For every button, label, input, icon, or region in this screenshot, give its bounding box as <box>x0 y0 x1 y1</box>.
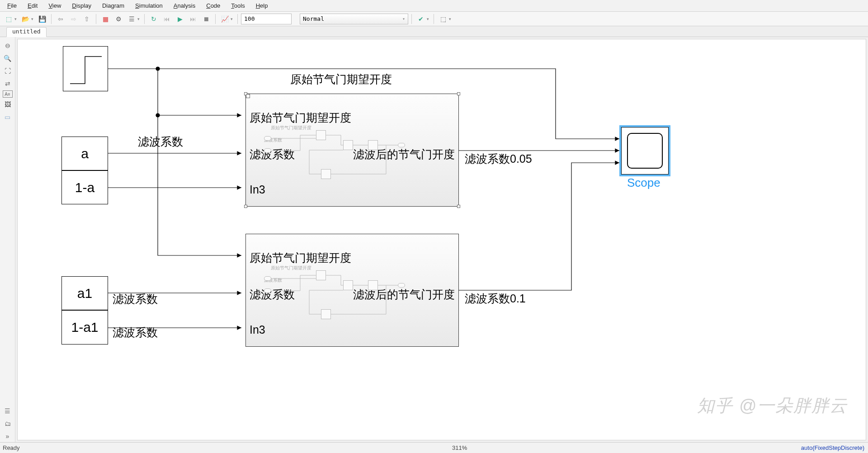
status-ready: Ready <box>0 444 20 451</box>
library-browser-icon[interactable]: ▦ <box>99 13 111 25</box>
back-icon[interactable]: ⇦ <box>55 13 66 25</box>
svg-point-0 <box>156 67 160 71</box>
zoom-fit-icon[interactable]: 🔍 <box>2 52 14 64</box>
model-data-icon[interactable]: ☰ <box>2 405 14 417</box>
scope-block-label: Scope <box>627 176 660 190</box>
expand-icon[interactable]: » <box>2 430 14 442</box>
step-back-icon[interactable]: ⏮ <box>161 13 173 25</box>
new-model-icon[interactable]: ⬚ <box>3 13 14 25</box>
run-icon[interactable]: ▶ <box>174 13 186 25</box>
simulation-stop-time-input[interactable] <box>241 14 292 24</box>
build-icon[interactable]: ⬚̤ <box>437 13 449 25</box>
signal-label-filter-coef-3: 滤波系数 <box>113 325 158 340</box>
model-canvas[interactable]: a 1-a a1 1-a1 原始节气门期望开度 滤波系数 滤波系数 滤波系数 滤… <box>17 39 866 440</box>
menu-edit[interactable]: EditEdit <box>23 1 42 10</box>
step-forward-icon[interactable]: ⏭ <box>187 13 199 25</box>
status-zoom: 311% <box>452 444 467 451</box>
toolbar: ⬚▾ 📂▾ 💾 ⇦ ⇨ ⇧ ▦ ⚙ ☰▾ ↻ ⏮ ▶ ⏭ ⏹ 📈▾ Normal… <box>0 12 868 26</box>
bird-eye-icon[interactable]: 🗂 <box>2 418 14 429</box>
up-icon[interactable]: ⇧ <box>81 13 93 25</box>
subsystem2-in1-label: 原始节气门期望开度 <box>250 250 351 265</box>
status-bar: Ready 311% auto(FixedStepDiscrete) <box>0 442 868 453</box>
hide-browser-icon[interactable]: ⊖ <box>2 40 14 52</box>
subsystem1-in1-label: 原始节气门期望开度 <box>250 110 351 125</box>
model-explorer-icon[interactable]: ☰ <box>126 13 137 25</box>
menu-simulation[interactable]: SimulationSimulation <box>131 1 167 10</box>
left-palette: ⊖ 🔍 ⛶ ⇄ A≡ 🖼 ▭ ☰ 🗂 » <box>0 37 15 442</box>
model-config-icon[interactable]: ⚙ <box>113 13 124 25</box>
save-icon[interactable]: 💾 <box>36 13 48 25</box>
constant-a-block[interactable]: a <box>61 137 108 170</box>
menu-view[interactable]: ViewView <box>44 1 66 10</box>
stop-icon[interactable]: ⏹ <box>200 13 212 25</box>
fit-to-view-icon[interactable]: ⛶ <box>2 65 14 77</box>
signal-label-raw-throttle: 原始节气门期望开度 <box>290 72 392 87</box>
update-diagram-icon[interactable]: ↻ <box>148 13 160 25</box>
simulation-mode-select[interactable]: Normal▾ <box>300 14 408 24</box>
menu-help[interactable]: HelpHelp <box>251 1 273 10</box>
svg-point-1 <box>156 113 160 117</box>
menu-tools[interactable]: ToolsTools <box>226 1 249 10</box>
constant-a1-block[interactable]: a1 <box>61 276 108 310</box>
constant-1minus-a-block[interactable]: 1-a <box>61 170 108 204</box>
signal-label-filter-coef-1: 滤波系数 <box>138 134 183 149</box>
area-icon[interactable]: ▭ <box>2 111 14 123</box>
filter-subsystem-1[interactable]: 原始节气门期望开度 滤波系数 In3 滤波后的节气门开度 原始节气门期望开度 滤… <box>245 94 459 207</box>
open-icon[interactable]: 📂 <box>19 13 31 25</box>
toggle-sample-time-icon[interactable]: ⇄ <box>2 78 14 90</box>
watermark-text: 知乎 @一朵胖胖云 <box>697 394 848 417</box>
image-icon[interactable]: 🖼 <box>2 99 14 110</box>
menu-display[interactable]: DisplayDisplay <box>67 1 96 10</box>
model-tab[interactable]: untitled <box>6 27 47 37</box>
menu-diagram[interactable]: DiagramDiagram <box>98 1 129 10</box>
check-model-icon[interactable]: ✔ <box>415 13 427 25</box>
signal-label-out2: 滤波系数0.1 <box>465 291 526 306</box>
subsystem1-in3-label: In3 <box>250 183 265 196</box>
signal-label-filter-coef-2: 滤波系数 <box>113 292 158 307</box>
status-solver[interactable]: auto(FixedStepDiscrete) <box>801 444 864 451</box>
menu-code[interactable]: CodeCode <box>202 1 225 10</box>
tab-bar: untitled <box>0 26 868 37</box>
data-inspector-icon[interactable]: 📈 <box>219 13 231 25</box>
signal-label-out1: 滤波系数0.05 <box>465 151 532 166</box>
menu-bar: FFileile EditEdit ViewView DisplayDispla… <box>0 0 868 12</box>
menu-analysis[interactable]: AnalysisAnalysis <box>169 1 200 10</box>
filter-subsystem-2[interactable]: 原始节气门期望开度 滤波系数 In3 滤波后的节气门开度 原始节气门期望开度 滤… <box>245 234 459 347</box>
step-block[interactable] <box>63 46 108 91</box>
forward-icon[interactable]: ⇨ <box>68 13 80 25</box>
scope-block[interactable] <box>621 127 669 175</box>
constant-1minus-a1-block[interactable]: 1-a1 <box>61 310 108 344</box>
menu-file[interactable]: FFileile <box>3 1 21 10</box>
annotation-icon[interactable]: A≡ <box>3 90 13 98</box>
subsystem2-in3-label: In3 <box>250 323 265 336</box>
